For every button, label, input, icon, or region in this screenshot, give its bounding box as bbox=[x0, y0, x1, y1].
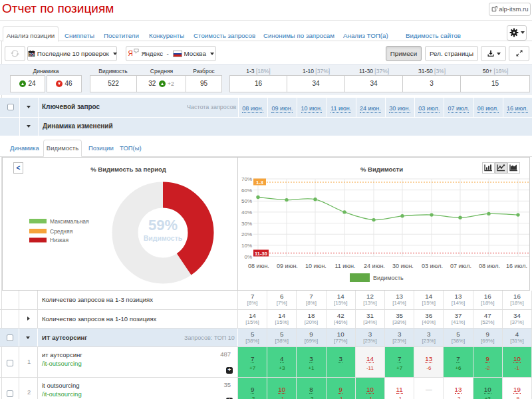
svg-text:0%: 0% bbox=[244, 254, 252, 260]
svg-text:Максимальная: Максимальная bbox=[50, 218, 89, 225]
svg-text:% Видимости: % Видимости bbox=[360, 166, 403, 173]
svg-text:07 июл.: 07 июл. bbox=[450, 263, 471, 269]
svg-text:20%: 20% bbox=[241, 231, 252, 237]
svg-text:Видимость: Видимость bbox=[373, 275, 404, 281]
svg-text:08 июл.: 08 июл. bbox=[479, 263, 500, 269]
svg-text:40%: 40% bbox=[241, 209, 252, 215]
svg-text:60%: 60% bbox=[241, 188, 252, 194]
svg-text:% Видимость за период: % Видимость за период bbox=[90, 166, 166, 173]
svg-text:03 июл.: 03 июл. bbox=[422, 263, 443, 269]
svg-text:30%: 30% bbox=[241, 221, 252, 227]
svg-text:24 июн.: 24 июн. bbox=[364, 263, 385, 269]
svg-text:09 июн.: 09 июн. bbox=[277, 263, 298, 269]
svg-text:30 июн.: 30 июн. bbox=[392, 263, 414, 269]
svg-text:1-3: 1-3 bbox=[256, 180, 263, 186]
svg-text:08 июн.: 08 июн. bbox=[248, 263, 269, 269]
svg-text:Низкая: Низкая bbox=[50, 237, 68, 243]
svg-text:50%: 50% bbox=[241, 198, 252, 204]
svg-text:16 июл.: 16 июл. bbox=[506, 263, 527, 269]
svg-text:Средняя: Средняя bbox=[50, 228, 73, 235]
svg-text:<: < bbox=[17, 164, 21, 172]
svg-text:70%: 70% bbox=[241, 176, 252, 182]
svg-text:10 июн.: 10 июн. bbox=[305, 263, 327, 269]
svg-text:59%: 59% bbox=[148, 217, 178, 233]
svg-text:11-30: 11-30 bbox=[255, 251, 267, 257]
svg-text:Видимость: Видимость bbox=[144, 234, 183, 242]
svg-text:11 июн.: 11 июн. bbox=[334, 263, 355, 269]
svg-text:10%: 10% bbox=[241, 243, 252, 249]
